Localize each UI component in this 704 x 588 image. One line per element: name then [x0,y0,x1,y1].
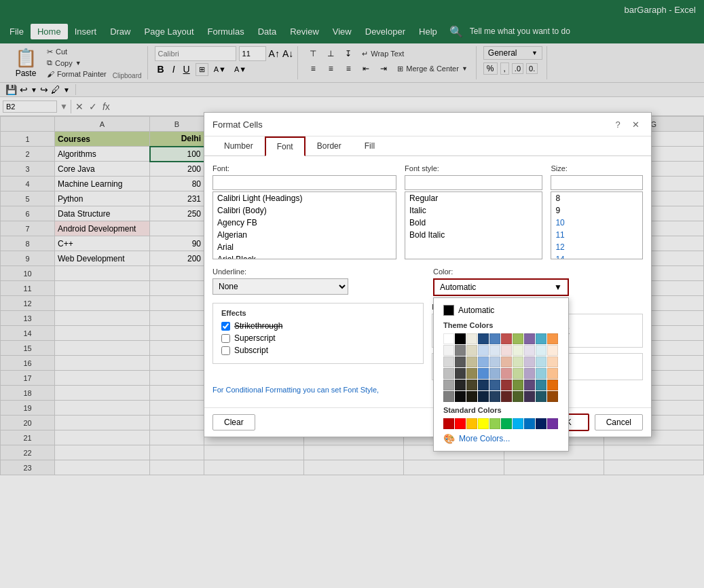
color-swatch[interactable] [466,345,477,356]
style-regular[interactable]: Regular [405,192,542,204]
color-swatch-std[interactable] [536,418,546,429]
style-bold-italic[interactable]: Bold Italic [405,229,542,241]
color-swatch[interactable] [478,345,489,356]
color-swatch[interactable] [501,356,512,367]
color-swatch-std[interactable] [455,418,466,429]
color-swatch[interactable] [466,380,477,390]
color-swatch[interactable] [513,345,523,356]
color-swatch[interactable] [466,391,477,402]
color-swatch[interactable] [489,380,500,390]
color-swatch[interactable] [489,333,500,344]
color-swatch[interactable] [466,368,477,379]
font-style-list[interactable]: Regular Italic Bold Bold Italic [405,191,542,259]
size-12[interactable]: 12 [551,241,642,253]
color-swatch-std[interactable] [443,418,454,429]
color-swatch[interactable] [547,368,558,379]
dialog-close-button[interactable]: ✕ [628,117,643,132]
font-list-item[interactable]: Calibri Light (Headings) [213,192,396,204]
color-swatch-std[interactable] [501,418,512,429]
tab-fill[interactable]: Fill [353,136,386,156]
color-swatch[interactable] [513,380,523,390]
superscript-checkbox[interactable] [221,334,230,343]
color-swatch[interactable] [489,356,500,367]
color-swatch[interactable] [443,391,454,402]
style-bold[interactable]: Bold [405,217,542,229]
size-10[interactable]: 10 [551,217,642,229]
color-swatch[interactable] [501,345,512,356]
tab-font[interactable]: Font [265,136,305,156]
font-size-list[interactable]: 8 9 10 11 12 14 [551,191,643,259]
color-swatch[interactable] [455,333,466,344]
color-swatch[interactable] [513,391,523,402]
color-swatch[interactable] [443,333,454,344]
color-swatch[interactable] [501,380,512,390]
color-swatch[interactable] [524,380,535,390]
color-swatch[interactable] [443,368,454,379]
color-swatch[interactable] [489,345,500,356]
color-swatch[interactable] [478,368,489,379]
style-italic[interactable]: Italic [405,204,542,217]
font-list-item[interactable]: Arial [213,241,396,253]
color-swatch[interactable] [513,333,523,344]
underline-select[interactable]: None Single Double [212,278,348,295]
color-swatch[interactable] [478,333,489,344]
font-list-item[interactable]: Algerian [213,229,396,241]
size-8[interactable]: 8 [551,192,642,204]
color-swatch[interactable] [524,345,535,356]
color-swatch[interactable] [547,333,558,344]
color-swatch[interactable] [536,345,546,356]
size-9[interactable]: 9 [551,204,642,217]
tab-number[interactable]: Number [212,136,265,156]
tab-border[interactable]: Border [305,136,353,156]
color-swatch[interactable] [455,368,466,379]
color-swatch[interactable] [455,356,466,367]
color-swatch[interactable] [536,356,546,367]
more-colors-button[interactable]: 🎨 More Colors... [438,430,564,447]
font-list[interactable]: Calibri Light (Headings) Calibri (Body) … [212,191,396,259]
color-dropdown-button[interactable]: Automatic ▼ [433,278,569,296]
color-swatch[interactable] [455,380,466,390]
color-swatch[interactable] [547,356,558,367]
color-swatch[interactable] [478,391,489,402]
color-swatch[interactable] [547,380,558,390]
cancel-button[interactable]: Cancel [595,414,643,430]
color-swatch-std[interactable] [466,418,477,429]
dialog-help-button[interactable]: ? [610,117,625,132]
font-style-field[interactable] [405,175,542,190]
color-swatch[interactable] [443,345,454,356]
color-swatch[interactable] [524,368,535,379]
color-swatch[interactable] [455,391,466,402]
clear-button[interactable]: Clear [212,414,255,430]
color-swatch[interactable] [489,391,500,402]
font-list-item[interactable]: Agency FB [213,217,396,229]
color-swatch[interactable] [536,380,546,390]
color-swatch[interactable] [536,333,546,344]
color-swatch[interactable] [501,391,512,402]
automatic-color-option[interactable]: Automatic [438,302,564,318]
color-swatch-std[interactable] [547,418,558,429]
color-swatch[interactable] [443,380,454,390]
font-list-item[interactable]: Arial Black [213,253,396,259]
font-name-field[interactable] [212,175,396,190]
color-swatch-std[interactable] [524,418,535,429]
color-swatch[interactable] [536,368,546,379]
font-list-item[interactable]: Calibri (Body) [213,204,396,217]
color-swatch[interactable] [501,333,512,344]
color-swatch[interactable] [524,391,535,402]
color-swatch[interactable] [513,368,523,379]
size-11[interactable]: 11 [551,229,642,241]
color-swatch-std[interactable] [513,418,523,429]
strikethrough-checkbox[interactable] [221,322,230,331]
color-swatch[interactable] [547,345,558,356]
color-swatch[interactable] [443,356,454,367]
color-swatch[interactable] [536,391,546,402]
color-swatch[interactable] [466,356,477,367]
color-swatch[interactable] [466,333,477,344]
color-swatch[interactable] [513,356,523,367]
color-swatch[interactable] [478,380,489,390]
color-swatch[interactable] [501,368,512,379]
color-swatch-std[interactable] [489,418,500,429]
color-swatch[interactable] [455,345,466,356]
color-swatch[interactable] [489,368,500,379]
color-swatch[interactable] [524,356,535,367]
